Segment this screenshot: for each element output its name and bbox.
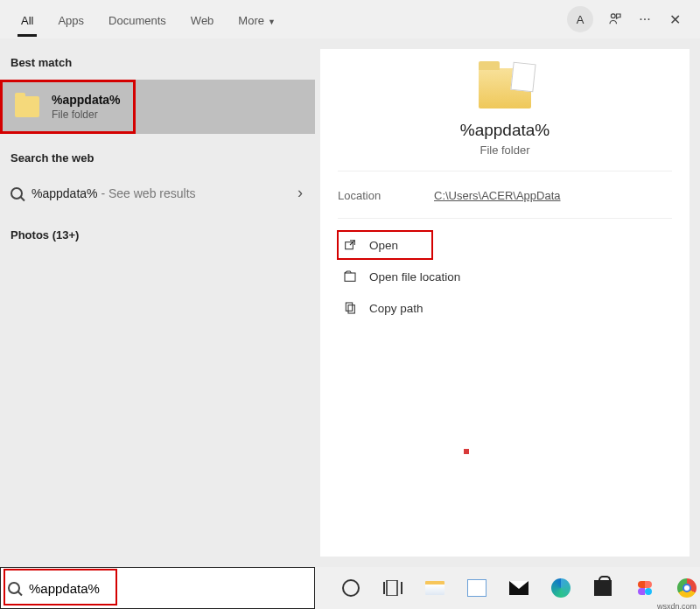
web-heading: Search the web [0,134,315,175]
watermark: wsxdn.com [657,602,696,609]
photos-heading[interactable]: Photos (13+) [0,211,315,252]
preview-title: %appdata% [460,121,550,140]
tab-all[interactable]: All [9,4,46,36]
edge-icon[interactable] [550,577,572,599]
action-open-location-label: Open file location [369,270,460,284]
open-location-icon [343,270,357,284]
store-icon[interactable] [592,577,614,599]
feedback-icon[interactable] [607,11,623,27]
file-explorer-icon[interactable] [424,577,446,599]
task-view-icon[interactable] [382,577,404,599]
action-open[interactable]: Open [338,231,432,259]
action-open-label: Open [369,239,398,252]
filter-tabs: All Apps Documents Web More▼ [9,4,288,36]
mail-icon[interactable] [508,577,530,599]
action-open-location[interactable]: Open file location [338,262,672,290]
annotation-dot [464,449,469,454]
svg-rect-6 [387,580,397,596]
results-pane: Best match %appdata% File folder Search … [0,38,315,567]
svg-point-0 [611,14,615,18]
folder-icon [15,96,39,117]
more-options-icon[interactable]: ··· [637,11,653,27]
search-input[interactable] [29,581,307,596]
chevron-right-icon: › [298,184,303,202]
action-copy-path[interactable]: Copy path [338,294,672,322]
search-icon [10,187,23,200]
svg-rect-3 [346,303,352,311]
web-suffix: - See web results [98,186,196,200]
cortana-icon[interactable] [340,577,362,599]
avatar[interactable]: A [567,6,593,32]
result-title: %appdata% [52,93,121,107]
tab-documents[interactable]: Documents [96,4,178,36]
chrome-icon[interactable] [676,577,698,599]
tab-apps[interactable]: Apps [46,4,96,36]
taskbar-icons [315,567,700,609]
search-bar[interactable] [0,567,315,609]
best-match-result[interactable]: %appdata% File folder [0,80,315,134]
open-icon [343,238,357,252]
copy-icon [343,301,357,315]
actions-list: Open Open file location Copy path [338,219,672,334]
svg-rect-7 [401,582,402,594]
preview-pane: %appdata% File folder Location C:\Users\… [320,49,690,556]
svg-rect-5 [383,582,385,594]
best-match-heading: Best match [0,38,315,80]
preview-subtitle: File folder [480,144,529,157]
tab-more[interactable]: More▼ [226,4,288,36]
web-query: %appdata% [32,186,98,200]
svg-rect-2 [345,273,355,281]
wordpad-icon[interactable] [466,577,488,599]
search-icon [8,582,20,594]
close-icon[interactable]: ✕ [667,11,682,27]
tab-web[interactable]: Web [178,4,227,36]
action-copy-path-label: Copy path [369,302,424,315]
figma-icon[interactable] [634,577,656,599]
svg-rect-4 [348,305,354,313]
header-bar: All Apps Documents Web More▼ A ··· ✕ [0,0,700,38]
location-path[interactable]: C:\Users\ACER\AppData [434,189,561,202]
result-subtitle: File folder [52,108,121,121]
location-label: Location [338,189,434,202]
location-row: Location C:\Users\ACER\AppData [338,172,672,219]
web-result-row[interactable]: %appdata% - See web results › [0,175,315,211]
header-icons: A ··· ✕ [567,6,691,32]
folder-large-icon [479,68,531,108]
chevron-down-icon: ▼ [268,18,276,26]
content-area: Best match %appdata% File folder Search … [0,38,700,567]
